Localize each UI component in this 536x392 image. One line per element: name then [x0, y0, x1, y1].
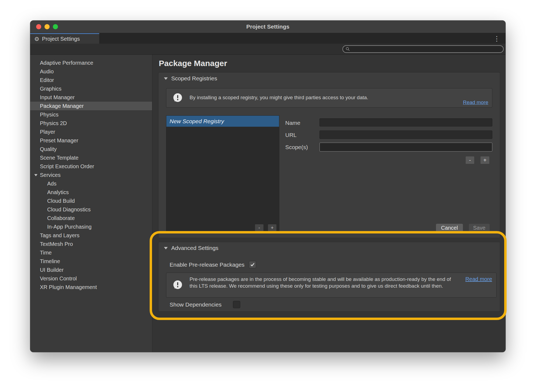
sidebar-item-version-control[interactable]: Version Control — [30, 274, 152, 283]
advanced-settings-section: Advanced Settings Enable Pre-release Pac… — [158, 242, 500, 312]
sidebar-item-timeline[interactable]: Timeline — [30, 257, 152, 266]
project-settings-window: Project Settings ⚙ Project Settings ⋮ Ad… — [30, 20, 506, 352]
info-bubble-icon — [172, 92, 184, 104]
sidebar-item-player[interactable]: Player — [30, 128, 152, 136]
settings-sidebar: Adaptive Performance Audio Editor Graphi… — [30, 55, 152, 352]
remove-scope-button[interactable]: - — [465, 156, 475, 164]
page-title: Package Manager — [159, 59, 500, 68]
gear-icon: ⚙ — [34, 36, 39, 42]
registry-form: Name URL Scope(s) - + Cancel Save — [279, 115, 492, 232]
enable-prerelease-row: Enable Pre-release Packages — [170, 261, 256, 268]
tab-label: Project Settings — [42, 36, 80, 42]
registry-list-buttons: - + — [255, 224, 277, 232]
sidebar-item-physics-2d[interactable]: Physics 2D — [30, 119, 152, 128]
info-bubble-icon — [172, 279, 184, 291]
search-icon — [346, 47, 350, 51]
checkmark-icon — [250, 262, 255, 267]
window-title: Project Settings — [246, 23, 290, 30]
sidebar-item-cloud-diagnostics[interactable]: Cloud Diagnostics — [30, 205, 152, 214]
enable-prerelease-checkbox[interactable] — [249, 261, 256, 268]
sidebar-item-collaborate[interactable]: Collaborate — [30, 214, 152, 222]
foldout-arrow-icon — [164, 247, 168, 249]
registry-list: New Scoped Registry - + — [166, 115, 279, 232]
read-more-link[interactable]: Read more — [465, 276, 492, 282]
name-label: Name — [285, 120, 300, 126]
sidebar-item-package-manager[interactable]: Package Manager — [30, 102, 152, 110]
scoped-registries-section: Scoped Registries By installing a scoped… — [158, 72, 500, 238]
sidebar-item-xr-plugin-management[interactable]: XR Plugin Management — [30, 283, 152, 291]
scopes-label: Scope(s) — [285, 144, 308, 150]
remove-registry-button[interactable]: - — [255, 224, 264, 232]
sidebar-item-textmesh-pro[interactable]: TextMesh Pro — [30, 240, 152, 248]
search-input[interactable] — [352, 46, 500, 52]
add-registry-button[interactable]: + — [268, 224, 277, 232]
add-scope-button[interactable]: + — [480, 156, 490, 164]
registry-editor: New Scoped Registry - + Name URL Scope(s… — [166, 115, 492, 232]
zoom-window-button[interactable] — [53, 24, 58, 29]
overflow-menu-icon[interactable]: ⋮ — [493, 35, 500, 42]
search-row — [30, 44, 506, 55]
url-label: URL — [285, 132, 297, 138]
sidebar-item-adaptive-performance[interactable]: Adaptive Performance — [30, 59, 152, 67]
sidebar-item-editor[interactable]: Editor — [30, 76, 152, 84]
tab-bar: ⚙ Project Settings ⋮ — [30, 33, 506, 44]
sidebar-item-audio[interactable]: Audio — [30, 67, 152, 76]
sidebar-item-in-app-purchasing[interactable]: In-App Purchasing — [30, 222, 152, 231]
url-field[interactable] — [319, 130, 492, 139]
search-box[interactable] — [342, 45, 504, 53]
section-header-label: Advanced Settings — [171, 245, 218, 251]
tab-project-settings[interactable]: ⚙ Project Settings — [30, 33, 99, 44]
foldout-arrow-icon[interactable] — [34, 174, 37, 176]
sidebar-item-ui-builder[interactable]: UI Builder — [30, 266, 152, 274]
sidebar-item-ads[interactable]: Ads — [30, 179, 152, 188]
prerelease-info-text: Pre-release packages are in the process … — [190, 276, 458, 289]
prerelease-infobox: Pre-release packages are in the process … — [166, 273, 497, 298]
titlebar: Project Settings — [30, 20, 506, 33]
read-more-link[interactable]: Read more — [463, 99, 488, 105]
sidebar-item-analytics[interactable]: Analytics — [30, 188, 152, 197]
enable-prerelease-label: Enable Pre-release Packages — [170, 262, 245, 268]
sidebar-item-physics[interactable]: Physics — [30, 110, 152, 119]
traffic-lights — [36, 24, 58, 29]
cancel-button[interactable]: Cancel — [436, 224, 463, 232]
scoped-registry-infobox: By installing a scoped registry, you mig… — [166, 88, 492, 108]
advanced-settings-foldout[interactable]: Advanced Settings — [159, 242, 500, 254]
sidebar-item-quality[interactable]: Quality — [30, 145, 152, 153]
sidebar-item-preset-manager[interactable]: Preset Manager — [30, 136, 152, 145]
foldout-arrow-icon — [164, 77, 168, 80]
save-button[interactable]: Save — [469, 224, 490, 232]
sidebar-item-time[interactable]: Time — [30, 248, 152, 257]
sidebar-item-graphics[interactable]: Graphics — [30, 84, 152, 93]
section-header-label: Scoped Registries — [171, 75, 217, 82]
sidebar-item-services[interactable]: Services — [30, 171, 152, 179]
scopes-field[interactable] — [319, 143, 492, 152]
minimize-window-button[interactable] — [44, 24, 50, 29]
show-dependencies-checkbox[interactable] — [233, 301, 240, 308]
sidebar-item-tags-and-layers[interactable]: Tags and Layers — [30, 231, 152, 240]
sidebar-item-input-manager[interactable]: Input Manager — [30, 93, 152, 102]
content: Adaptive Performance Audio Editor Graphi… — [30, 55, 506, 352]
registry-list-item[interactable]: New Scoped Registry — [166, 116, 279, 127]
scoped-registries-foldout[interactable]: Scoped Registries — [159, 73, 500, 84]
sidebar-item-script-execution-order[interactable]: Script Execution Order — [30, 162, 152, 171]
scoped-registry-warning-text: By installing a scoped registry, you mig… — [190, 95, 368, 101]
show-dependencies-row: Show Dependencies — [170, 301, 240, 308]
sidebar-item-scene-template[interactable]: Scene Template — [30, 153, 152, 162]
sidebar-item-cloud-build[interactable]: Cloud Build — [30, 197, 152, 205]
close-window-button[interactable] — [36, 24, 41, 29]
name-field[interactable] — [319, 118, 492, 126]
form-actions: Cancel Save — [436, 224, 490, 232]
package-manager-pane: Package Manager Scoped Registries By ins… — [152, 55, 506, 352]
show-dependencies-label: Show Dependencies — [170, 301, 222, 308]
